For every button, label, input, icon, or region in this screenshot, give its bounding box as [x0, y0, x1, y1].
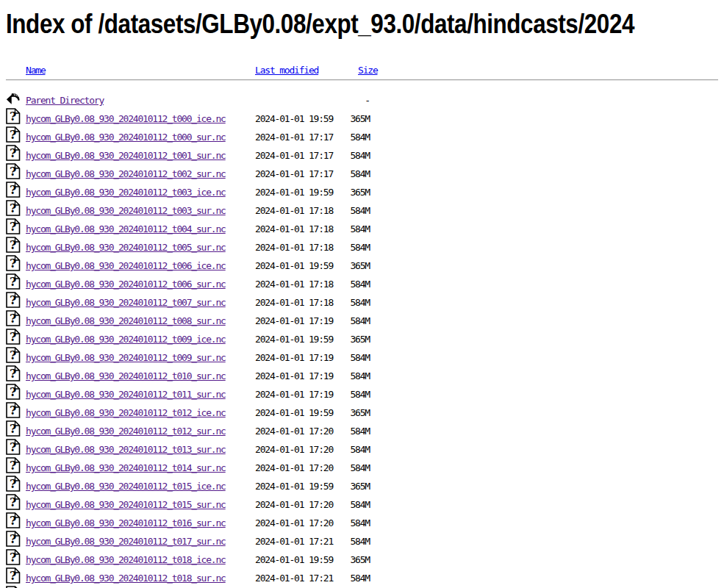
file-link[interactable]: hycom_GLBy0.08_930_2024010112_t015_ice.n… [26, 481, 226, 492]
sort-by-size-link[interactable]: Size [358, 65, 378, 76]
sort-by-last-modified-link[interactable]: Last modified [255, 65, 318, 76]
file-row: ? hycom_GLBy0.08_930_2024010112_t017_sur… [6, 532, 724, 551]
file-link[interactable]: hycom_GLBy0.08_930_2024010112_t004_sur.n… [26, 223, 226, 234]
file-size-cell: 584M [334, 201, 370, 220]
file-row: ? hycom_GLBy0.08_930_2024010112_t009_ice… [6, 330, 724, 348]
unknown-file-icon: ? [6, 384, 21, 400]
file-row: ? hycom_GLBy0.08_930_2024010112_t005_sur… [6, 238, 724, 257]
file-link[interactable]: hycom_GLBy0.08_930_2024010112_t012_ice.n… [26, 407, 226, 418]
svg-text:?: ? [10, 422, 16, 436]
file-size-cell: 365M [334, 551, 370, 569]
unknown-file-icon: ? [6, 273, 21, 290]
file-link[interactable]: hycom_GLBy0.08_930_2024010112_t015_sur.n… [26, 499, 226, 510]
file-modified-cell: 2024-01-01 17:19 [255, 385, 334, 404]
svg-text:?: ? [10, 404, 16, 417]
file-row: ? hycom_GLBy0.08_930_2024010112_t016_sur… [6, 514, 724, 532]
svg-text:?: ? [10, 183, 16, 197]
unknown-file-icon: ? [6, 108, 21, 124]
file-link[interactable]: hycom_GLBy0.08_930_2024010112_t012_sur.n… [26, 426, 226, 437]
file-size-cell: 584M [334, 293, 370, 312]
svg-text:?: ? [10, 495, 16, 509]
file-link[interactable]: hycom_GLBy0.08_930_2024010112_t008_sur.n… [26, 315, 226, 326]
file-link[interactable]: hycom_GLBy0.08_930_2024010112_t006_sur.n… [26, 279, 226, 290]
file-row: ? hycom_GLBy0.08_930_2024010112_t006_ice… [6, 257, 724, 275]
file-size-cell: 584M [334, 569, 370, 587]
file-link[interactable]: hycom_GLBy0.08_930_2024010112_t001_sur.n… [26, 150, 226, 161]
file-modified-cell: 2024-01-01 17:21 [255, 532, 334, 551]
file-size-cell: 365M [334, 404, 370, 422]
file-link[interactable]: hycom_GLBy0.08_930_2024010112_t002_sur.n… [26, 168, 226, 179]
file-size-cell: 584M [334, 532, 370, 551]
svg-text:?: ? [10, 257, 16, 270]
unknown-file-icon: ? [6, 420, 21, 437]
file-row: ? hycom_GLBy0.08_930_2024010112_t010_sur… [6, 367, 724, 385]
file-row: ? hycom_GLBy0.08_930_2024010112_t000_ice… [6, 110, 724, 128]
file-row: ? hycom_GLBy0.08_930_2024010112_t007_sur… [6, 293, 724, 312]
file-size-cell: 584M [334, 367, 370, 385]
file-size-cell: 584M [334, 275, 370, 293]
file-modified-cell: 2024-01-01 17:17 [255, 128, 334, 146]
file-row: ? hycom_GLBy0.08_930_2024010112_t012_sur… [6, 422, 724, 440]
file-link[interactable]: hycom_GLBy0.08_930_2024010112_t011_sur.n… [26, 389, 226, 400]
svg-text:?: ? [10, 459, 16, 473]
file-link[interactable]: hycom_GLBy0.08_930_2024010112_t016_sur.n… [26, 517, 226, 528]
file-link[interactable]: hycom_GLBy0.08_930_2024010112_t009_ice.n… [26, 334, 226, 345]
unknown-file-icon: ? [6, 237, 21, 253]
file-size-cell: 584M [334, 146, 370, 165]
file-size-cell: 365M [334, 477, 370, 495]
unknown-file-icon: ? [6, 365, 21, 381]
svg-text:?: ? [10, 532, 16, 546]
file-modified-cell: 2024-01-01 17:18 [255, 293, 334, 312]
file-size-cell: 365M [334, 330, 370, 348]
svg-text:?: ? [10, 551, 16, 564]
file-modified-cell: 2024-01-01 17:19 [255, 367, 334, 385]
file-link[interactable]: hycom_GLBy0.08_930_2024010112_t010_sur.n… [26, 370, 226, 381]
file-size-cell: 584M [334, 348, 370, 367]
file-link[interactable]: hycom_GLBy0.08_930_2024010112_t000_sur.n… [26, 132, 226, 143]
file-modified-cell: 2024-01-01 17:19 [255, 312, 334, 330]
file-modified-cell: 2024-01-01 17:17 [255, 146, 334, 165]
file-modified-cell: 2024-01-01 17:20 [255, 495, 334, 514]
svg-text:?: ? [10, 569, 16, 583]
file-size-cell: 584M [334, 440, 370, 459]
unknown-file-icon: ? [6, 329, 21, 345]
file-size-cell: 584M [334, 385, 370, 404]
svg-text:?: ? [10, 293, 16, 307]
file-link[interactable]: hycom_GLBy0.08_930_2024010112_t003_sur.n… [26, 205, 226, 216]
page-title: Index of /datasets/GLBy0.08/expt_93.0/da… [6, 9, 634, 40]
svg-text:?: ? [10, 165, 16, 179]
sort-by-name-link[interactable]: Name [26, 65, 46, 76]
unknown-file-icon: ? [6, 255, 21, 271]
file-link[interactable]: hycom_GLBy0.08_930_2024010112_t009_sur.n… [26, 352, 226, 363]
file-link[interactable]: hycom_GLBy0.08_930_2024010112_t007_sur.n… [26, 297, 226, 308]
file-link[interactable]: hycom_GLBy0.08_930_2024010112_t005_sur.n… [26, 242, 226, 253]
unknown-file-icon: ? [6, 182, 21, 198]
svg-text:?: ? [10, 275, 16, 289]
file-link[interactable]: hycom_GLBy0.08_930_2024010112_t003_ice.n… [26, 187, 226, 198]
file-link[interactable]: hycom_GLBy0.08_930_2024010112_t014_sur.n… [26, 462, 226, 473]
svg-text:?: ? [10, 514, 16, 528]
file-link[interactable]: hycom_GLBy0.08_930_2024010112_t000_ice.n… [26, 113, 226, 124]
file-size-cell: 365M [334, 183, 370, 201]
unknown-file-icon: ? [6, 549, 21, 565]
file-link[interactable]: hycom_GLBy0.08_930_2024010112_t018_sur.n… [26, 573, 226, 584]
file-row: ? hycom_GLBy0.08_930_2024010112_t008_sur… [6, 312, 724, 330]
file-modified-cell: 2024-01-01 19:59 [255, 551, 334, 569]
file-modified-cell: 2024-01-01 17:20 [255, 440, 334, 459]
file-link[interactable]: hycom_GLBy0.08_930_2024010112_t006_ice.n… [26, 260, 226, 271]
file-link[interactable]: hycom_GLBy0.08_930_2024010112_t013_sur.n… [26, 444, 226, 455]
svg-text:?: ? [10, 312, 16, 326]
file-size-cell: 365M [334, 257, 370, 275]
file-modified-cell: 2024-01-01 19:59 [255, 330, 334, 348]
file-modified-cell: 2024-01-01 17:20 [255, 459, 334, 477]
file-modified-cell: 2024-01-01 19:59 [255, 183, 334, 201]
file-row: ? hycom_GLBy0.08_930_2024010112_t018_sur… [6, 569, 724, 587]
file-row: ? hycom_GLBy0.08_930_2024010112_t006_sur… [6, 275, 724, 293]
parent-directory-link[interactable]: Parent Directory [26, 95, 104, 106]
file-row: ? hycom_GLBy0.08_930_2024010112_t003_ice… [6, 183, 724, 201]
parent-size-cell: - [334, 91, 370, 110]
file-size-cell: 584M [334, 422, 370, 440]
back-arrow-icon [6, 90, 21, 106]
file-link[interactable]: hycom_GLBy0.08_930_2024010112_t017_sur.n… [26, 536, 226, 547]
file-link[interactable]: hycom_GLBy0.08_930_2024010112_t018_ice.n… [26, 554, 226, 565]
